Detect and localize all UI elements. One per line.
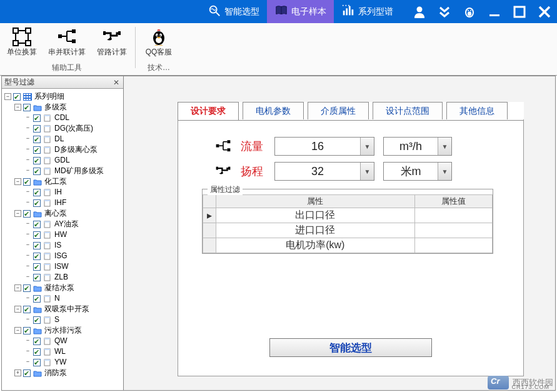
expander-icon[interactable]: −: [14, 327, 21, 334]
tree-branch[interactable]: −凝结水泵: [14, 283, 123, 293]
titlebar-item-catalog[interactable]: 电子样本: [267, 0, 334, 23]
pipe-calc-button[interactable]: 管路计算: [93, 27, 131, 58]
expander-icon[interactable]: −: [4, 93, 11, 100]
tree-branch[interactable]: −离心泵: [14, 208, 123, 219]
table-row[interactable]: ▸出口口径: [203, 208, 493, 223]
checkbox[interactable]: [33, 231, 41, 239]
expander-icon[interactable]: −: [14, 178, 21, 185]
tree-branch[interactable]: −系列明细: [4, 91, 123, 102]
titlebar-item-selection[interactable]: 智能选型: [200, 0, 267, 23]
tree-leaf[interactable]: −DG(次高压): [24, 123, 123, 134]
flow-unit-combo[interactable]: m³/h ▼: [383, 137, 452, 156]
expander-icon[interactable]: −: [14, 104, 21, 111]
smart-selection-button[interactable]: 智能选型: [269, 338, 432, 357]
checkbox[interactable]: [23, 327, 31, 334]
series-parallel-button[interactable]: 串并联计算: [48, 27, 86, 58]
checkbox[interactable]: [23, 306, 31, 313]
value-cell[interactable]: [414, 223, 492, 238]
tree-leaf[interactable]: −IS: [24, 240, 123, 251]
tree-leaf[interactable]: −AY油泵: [24, 219, 123, 229]
tree-branch[interactable]: −双吸泵中开泵: [14, 304, 123, 314]
tree-leaf[interactable]: −IH: [24, 187, 123, 198]
expander-icon[interactable]: −: [14, 306, 21, 313]
tree-leaf[interactable]: −D多级离心泵: [24, 144, 123, 155]
checkbox[interactable]: [23, 104, 31, 111]
table-row[interactable]: 电机功率(kw): [203, 238, 493, 253]
checkbox[interactable]: [33, 274, 41, 281]
checkbox[interactable]: [23, 178, 31, 186]
tree-branch[interactable]: −污水排污泵: [14, 325, 123, 336]
tree-leaf[interactable]: −HW: [24, 229, 123, 240]
tree-view[interactable]: −系列明细−多级泵−CDL−DG(次高压)−DL−D多级离心泵−GDL−MD矿用…: [2, 89, 123, 390]
tree-leaf[interactable]: −WL: [24, 346, 123, 357]
checkbox[interactable]: [33, 199, 41, 207]
tree-leaf[interactable]: −ISG: [24, 251, 123, 261]
chevron-down-icon[interactable]: ▼: [360, 138, 374, 155]
head-value-combo[interactable]: 32 ▼: [274, 162, 374, 181]
expander-icon[interactable]: +: [14, 369, 21, 376]
qq-support-button[interactable]: QQ客服: [139, 27, 178, 58]
checkbox[interactable]: [23, 210, 31, 218]
checkbox[interactable]: [33, 359, 41, 366]
checkbox[interactable]: [33, 146, 41, 154]
tree-leaf[interactable]: −QW: [24, 336, 123, 346]
unit-convert-button[interactable]: 单位换算: [3, 27, 41, 58]
checkbox[interactable]: [33, 136, 41, 143]
svg-point-41: [157, 35, 158, 36]
checkbox[interactable]: [33, 157, 41, 164]
checkbox[interactable]: [33, 242, 41, 249]
checkbox[interactable]: [23, 369, 31, 377]
checkbox[interactable]: [33, 316, 41, 324]
expander-icon[interactable]: −: [14, 284, 21, 291]
value-cell[interactable]: [414, 238, 492, 253]
checkbox[interactable]: [33, 168, 41, 175]
head-unit-combo[interactable]: 米m ▼: [383, 162, 452, 181]
maximize-button[interactable]: [507, 0, 532, 23]
chevron-down-icon[interactable]: ▼: [438, 163, 451, 180]
checkbox[interactable]: [33, 338, 41, 345]
tab-3[interactable]: 设计点范围: [373, 102, 443, 119]
tree-leaf[interactable]: −N: [24, 293, 123, 304]
checkbox[interactable]: [33, 263, 41, 271]
tree-leaf[interactable]: −ZLB: [24, 272, 123, 283]
checkbox[interactable]: [33, 114, 41, 122]
tree-leaf[interactable]: −DL: [24, 134, 123, 144]
value-cell[interactable]: [414, 208, 492, 223]
table-row[interactable]: 进口口径: [203, 223, 493, 238]
checkbox[interactable]: [23, 284, 31, 292]
checkbox[interactable]: [33, 221, 41, 228]
tree-node-label: IH: [54, 187, 62, 198]
tree-branch[interactable]: +消防泵: [14, 368, 123, 378]
tree-branch[interactable]: −多级泵: [14, 102, 123, 113]
sidebar-close-button[interactable]: ✕: [109, 78, 123, 87]
toolbar-button-label: 管路计算: [97, 47, 127, 58]
chevron-down-icon[interactable]: ▼: [360, 163, 374, 180]
tree-leaf[interactable]: −GDL: [24, 155, 123, 166]
tree-leaf[interactable]: −IHF: [24, 198, 123, 208]
tree-leaf[interactable]: −CDL: [24, 113, 123, 123]
minimize-button[interactable]: [482, 0, 507, 23]
user-icon[interactable]: [407, 0, 432, 23]
tab-1[interactable]: 电机参数: [243, 102, 304, 119]
checkbox[interactable]: [33, 348, 41, 356]
tree-leaf[interactable]: −S: [24, 314, 123, 325]
flow-value-combo[interactable]: 16 ▼: [274, 137, 374, 156]
tab-4[interactable]: 其他信息: [446, 102, 508, 119]
tree-leaf[interactable]: −MD矿用多级泵: [24, 166, 123, 176]
checkbox[interactable]: [33, 125, 41, 133]
checkbox[interactable]: [33, 295, 41, 303]
checkbox[interactable]: [13, 93, 21, 101]
expander-icon[interactable]: −: [14, 210, 21, 217]
chevron-down-icon[interactable]: ▼: [438, 138, 451, 155]
checkbox[interactable]: [33, 253, 41, 260]
tab-0[interactable]: 设计要求: [178, 102, 239, 120]
checkbox[interactable]: [33, 189, 41, 196]
tree-leaf[interactable]: −ISW: [24, 261, 123, 272]
chevrons-down-icon[interactable]: [432, 0, 457, 23]
titlebar-item-series[interactable]: 系列型谱: [334, 0, 401, 23]
tree-branch[interactable]: −化工泵: [14, 176, 123, 187]
tree-leaf[interactable]: −YW: [24, 357, 123, 368]
close-button[interactable]: [532, 0, 557, 23]
qq-penguin-icon[interactable]: [457, 0, 482, 23]
tab-2[interactable]: 介质属性: [308, 102, 369, 119]
